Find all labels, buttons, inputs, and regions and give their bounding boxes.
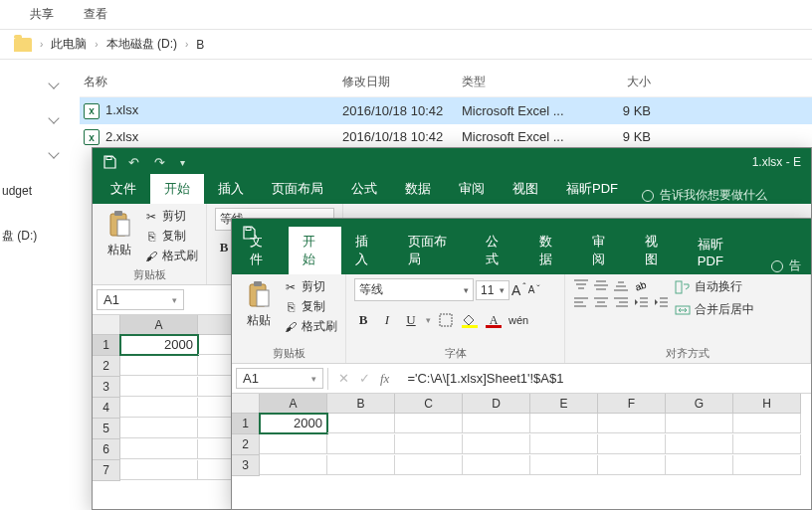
border-icon[interactable]: [437, 312, 455, 328]
tell-me[interactable]: 告诉我你想要做什么: [660, 187, 767, 204]
cell[interactable]: [463, 455, 530, 475]
name-box[interactable]: A1▾: [236, 368, 323, 389]
cell[interactable]: [395, 455, 463, 475]
indent-decrease-icon[interactable]: [633, 295, 649, 309]
cell-A1[interactable]: 2000: [120, 335, 198, 355]
save-icon[interactable]: [242, 226, 256, 240]
fx-icon[interactable]: fx: [380, 371, 389, 387]
chevron-down-icon[interactable]: ▾: [426, 315, 431, 325]
tab-data[interactable]: 数据: [525, 227, 578, 274]
align-center-icon[interactable]: [593, 295, 609, 309]
cancel-edit-icon[interactable]: ✕: [338, 371, 349, 386]
row-header-6[interactable]: 6: [93, 439, 120, 460]
decrease-font-icon[interactable]: Aˇ: [528, 284, 540, 295]
col-header-D[interactable]: D: [463, 394, 530, 414]
cell[interactable]: [598, 414, 666, 433]
col-header-F[interactable]: F: [598, 394, 666, 414]
cell[interactable]: [530, 434, 598, 454]
cell[interactable]: [120, 439, 198, 459]
cell[interactable]: [530, 414, 598, 433]
col-header-name[interactable]: 名称: [84, 74, 342, 90]
tab-layout[interactable]: 页面布局: [394, 227, 472, 274]
menu-share[interactable]: 共享: [30, 6, 54, 23]
underline-button[interactable]: U: [402, 311, 420, 329]
tab-layout[interactable]: 页面布局: [258, 174, 337, 204]
align-bottom-icon[interactable]: [613, 278, 629, 292]
indent-increase-icon[interactable]: [653, 295, 669, 309]
menu-view[interactable]: 查看: [84, 6, 107, 23]
format-painter-button[interactable]: 🖌格式刷: [144, 248, 198, 264]
col-header-size[interactable]: 大小: [581, 74, 651, 90]
tab-insert[interactable]: 插入: [204, 174, 258, 204]
wrap-text-button[interactable]: 自动换行: [675, 278, 754, 295]
copy-button[interactable]: ⎘复制: [144, 228, 198, 245]
cell[interactable]: [733, 414, 801, 433]
col-header-A[interactable]: A: [120, 315, 198, 335]
align-middle-icon[interactable]: [593, 278, 609, 292]
tab-review[interactable]: 审阅: [445, 174, 499, 204]
tab-home[interactable]: 开始: [150, 174, 204, 204]
cell[interactable]: [327, 434, 395, 454]
redo-icon[interactable]: ↷: [154, 155, 168, 170]
tab-foxit[interactable]: 福昕PDF: [684, 230, 761, 274]
cell[interactable]: [733, 434, 801, 454]
cell[interactable]: [395, 434, 463, 454]
cell[interactable]: [463, 414, 530, 433]
tab-insert[interactable]: 插入: [341, 227, 394, 274]
cell[interactable]: [260, 434, 327, 454]
tab-formulas[interactable]: 公式: [472, 227, 524, 274]
undo-icon[interactable]: ↶: [128, 155, 142, 170]
formula-bar[interactable]: ='C:\A\[1.xlsx]Sheet1'!$A$1: [399, 369, 811, 388]
font-name-combo[interactable]: 等线▾: [354, 278, 474, 301]
cell[interactable]: [120, 398, 198, 418]
cell[interactable]: [120, 460, 198, 480]
paste-button[interactable]: 粘贴: [101, 208, 138, 260]
row-header-3[interactable]: 3: [93, 377, 120, 398]
col-header-date[interactable]: 修改日期: [342, 74, 462, 90]
cell[interactable]: [666, 455, 733, 475]
bold-button[interactable]: B: [354, 311, 372, 329]
chevron-down-icon[interactable]: ▾: [500, 285, 505, 295]
row-header-2[interactable]: 2: [232, 434, 260, 455]
font-size-combo[interactable]: 11▾: [476, 280, 509, 300]
fill-color-icon[interactable]: [461, 312, 479, 328]
crumb-folder[interactable]: B: [196, 38, 204, 52]
select-all-cell[interactable]: [232, 394, 260, 414]
format-painter-button[interactable]: 🖌格式刷: [284, 318, 337, 335]
nav-item[interactable]: 盘 (D:): [2, 228, 70, 245]
name-box[interactable]: A1▾: [97, 289, 184, 310]
chevron-down-icon[interactable]: ▾: [464, 285, 469, 295]
cell-A1[interactable]: 2000: [260, 414, 327, 433]
cell[interactable]: [120, 377, 198, 397]
row-header-5[interactable]: 5: [93, 419, 120, 439]
chevron-down-icon[interactable]: ▾: [172, 295, 177, 305]
col-header-type[interactable]: 类型: [462, 74, 581, 90]
phonetic-guide-button[interactable]: wén: [508, 314, 528, 326]
tell-me[interactable]: 告: [789, 257, 801, 274]
increase-font-icon[interactable]: Aˆ: [511, 282, 526, 298]
address-bar[interactable]: › 此电脑 › 本地磁盘 (D:) › B: [0, 29, 812, 60]
tab-review[interactable]: 审阅: [578, 227, 631, 274]
col-header-E[interactable]: E: [530, 394, 598, 414]
copy-button[interactable]: ⎘复制: [284, 298, 337, 315]
row-header-1[interactable]: 1: [93, 335, 120, 356]
cell[interactable]: [120, 419, 198, 438]
cell[interactable]: [120, 356, 198, 376]
col-header-G[interactable]: G: [666, 394, 733, 414]
row-header-1[interactable]: 1: [232, 414, 260, 434]
col-header-C[interactable]: C: [395, 394, 463, 414]
row-header-3[interactable]: 3: [232, 455, 260, 476]
chevron-down-icon[interactable]: ▾: [311, 374, 316, 384]
merge-center-button[interactable]: 合并后居中: [675, 301, 754, 318]
col-header-H[interactable]: H: [733, 394, 801, 414]
row-header-7[interactable]: 7: [93, 460, 120, 481]
cell[interactable]: [327, 414, 395, 433]
col-header-A[interactable]: A: [260, 394, 327, 414]
cell[interactable]: [260, 455, 327, 475]
cell[interactable]: [463, 434, 530, 454]
paste-button[interactable]: 粘贴: [240, 278, 278, 331]
tab-file[interactable]: 文件: [97, 174, 150, 204]
orientation-icon[interactable]: ab: [633, 278, 649, 292]
save-icon[interactable]: [102, 155, 116, 169]
enter-edit-icon[interactable]: ✓: [359, 371, 370, 386]
